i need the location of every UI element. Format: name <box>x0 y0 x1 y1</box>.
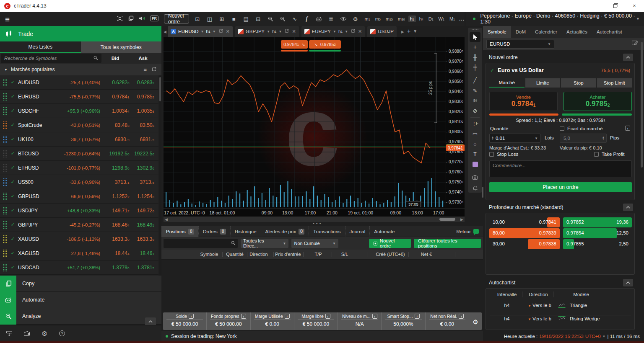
symbol-row[interactable]: ✓USDJPY+48,8 (+0,33%)149.712149.726 <box>0 204 158 218</box>
tab-timeframe[interactable]: h1 <box>206 29 210 34</box>
symbol-row[interactable]: ✓GBPJPY-45,2 (-0,27%)168.464168.495 <box>0 218 158 232</box>
dom-bid-row[interactable]: 80,000.97839 <box>489 228 560 238</box>
order-collapse-button[interactable] <box>623 54 633 61</box>
tab-automate[interactable]: Automate <box>369 226 399 237</box>
symbol-search-input[interactable]: Recherche de Symboles <box>1 54 101 63</box>
info-icon[interactable]: i <box>459 314 464 319</box>
info-icon[interactable]: i <box>372 314 377 319</box>
dom-ask-row[interactable]: 0.9785219,36 <box>563 217 632 227</box>
tab-my-lists[interactable]: Mes Listes <box>0 41 81 53</box>
info-icon[interactable]: i <box>285 314 290 319</box>
tab-ordres[interactable]: Ordres0 <box>198 226 230 237</box>
symbol-ask[interactable]: 168.495 <box>129 222 158 228</box>
buy-button[interactable]: Acheter 0.97852 <box>564 92 632 111</box>
chart-scroll-thumb[interactable] <box>439 218 455 221</box>
symbol-bid[interactable]: 1.00344 <box>100 108 129 114</box>
chevron-down-icon[interactable]: ▼ <box>213 30 216 34</box>
popout-icon[interactable] <box>219 29 223 34</box>
dom-bid-row[interactable]: 10,000.97841 <box>489 217 560 227</box>
popout-icon[interactable] <box>351 29 355 34</box>
symbol-ask[interactable]: 1.12540 <box>129 193 158 199</box>
zoom-in-icon[interactable] <box>279 15 286 22</box>
bell-icon[interactable] <box>470 183 480 192</box>
cbots-icon[interactable] <box>316 15 322 22</box>
symbol-row[interactable]: ✓EURUSD-75,5 (-0,77%)0.978410.97852 <box>0 90 158 104</box>
symbol-select-dropdown[interactable]: EURUSD▼ <box>486 40 554 49</box>
minimize-button[interactable] <box>586 0 605 12</box>
symbol-row[interactable]: ✓BTCUSD-1230,0 (-0,64%)19192.5019222.50 <box>0 147 158 161</box>
tabs-dropdown-icon[interactable]: ▼ <box>413 29 417 34</box>
scroll-left-icon[interactable]: ◀ <box>165 217 168 222</box>
pencil-icon[interactable]: ✎ <box>470 86 480 95</box>
popout-icon[interactable] <box>152 67 156 73</box>
symbol-row[interactable]: ✓XAGUSD-27,8 (-1,48%)18.44418.461 <box>0 246 158 260</box>
positions-search-input[interactable] <box>164 239 238 248</box>
time-axis[interactable]: 17 oct. 2022, UTC+018 oct. 01:0009:0013:… <box>164 208 465 217</box>
take-profit-checkbox[interactable] <box>594 152 599 157</box>
symbol-bid[interactable]: 83.483 <box>100 122 129 128</box>
bar-pattern-icon[interactable]: ╫ <box>470 52 480 62</box>
symbol-list-scroll-thumb[interactable] <box>159 77 161 101</box>
info-icon[interactable]: i <box>625 126 630 131</box>
new-chart-icon[interactable]: ⊡ <box>194 15 201 22</box>
dom-collapse-button[interactable] <box>623 204 633 211</box>
chart-plot-area[interactable]: c 25 pips 0.97841↘ ↘0.97852 37:05 <box>164 37 446 208</box>
chevron-down-icon[interactable]: ▼ <box>267 30 270 34</box>
tab-positions[interactable]: Positions0 <box>161 226 198 237</box>
indicators-icon[interactable]: f <box>304 15 310 22</box>
tabs-scroll-left-icon[interactable]: ◀ <box>164 30 166 34</box>
panel-splitter-handle[interactable]: ••• <box>313 221 323 226</box>
stepper-arrows-icon[interactable]: ▲▼ <box>490 136 496 140</box>
symbol-row[interactable]: ✓UK100-39,7 (-0,57%)6930.96931.9 <box>0 132 158 147</box>
pattern-direction[interactable]: ▼ Vers le b <box>528 303 556 308</box>
tab-alertes-de-prix[interactable]: Alertes de prix0 <box>261 226 309 237</box>
close-icon[interactable]: ✕ <box>292 29 296 34</box>
timeframe-M1[interactable]: M1 <box>448 15 457 22</box>
chart-tab-EURJPY[interactable]: EURJPY▼h1▼✕ <box>301 26 365 37</box>
settings-icon[interactable]: ⚙ <box>41 330 48 337</box>
info-icon[interactable]: i <box>241 314 246 319</box>
order-type-limite[interactable]: Limite <box>525 78 561 88</box>
symbol-row[interactable]: ✓AUDUSD-25,4 (-0,40%)0.628280.62839 <box>0 75 158 90</box>
focus-icon[interactable] <box>117 15 123 22</box>
close-icon[interactable]: ✕ <box>226 29 230 34</box>
chart-tab-USDJP[interactable]: USDJP <box>367 26 397 37</box>
order-type-marché[interactable]: Marché <box>489 78 525 88</box>
pattern-model[interactable]: Triangle <box>570 303 587 308</box>
chart-settings-icon[interactable]: ⚙ <box>352 15 359 22</box>
trend-line-icon[interactable]: ╱ <box>470 75 480 85</box>
dom-bid-row[interactable]: 30,000.97838 <box>489 239 560 249</box>
camera-icon[interactable] <box>470 173 480 182</box>
symbol-ask[interactable]: 1633.39 <box>129 236 158 242</box>
tab-historique[interactable]: Historique <box>230 226 261 237</box>
collapse-apps-button[interactable] <box>145 317 156 326</box>
close-icon[interactable]: ✕ <box>358 29 362 34</box>
market-range-checkbox[interactable] <box>560 126 564 131</box>
withdraw-icon[interactable] <box>6 330 13 337</box>
autochartist-collapse-button[interactable] <box>623 279 633 286</box>
dom-ask-row[interactable]: 0.978552,50 <box>563 239 632 249</box>
tab-timeframe[interactable]: h1 <box>338 29 343 34</box>
chart-sell-button[interactable]: 0.97841↘ <box>281 40 308 49</box>
watchlist-group-header[interactable]: ▼ Marchés populaires ≡ <box>0 64 161 75</box>
market-range-stepper[interactable]: 5,0 ▲▼ <box>560 134 607 143</box>
chevron-down-icon[interactable]: ▼ <box>345 30 348 34</box>
app-shortcut-analyze[interactable]: Analyze <box>0 308 161 325</box>
speaker-icon[interactable] <box>139 15 145 22</box>
visibility-icon[interactable] <box>340 15 347 22</box>
account-dropdown-icon[interactable]: ▼ <box>636 17 640 21</box>
symbol-bid[interactable]: 1.12522 <box>100 193 129 199</box>
new-order-button[interactable]: Nouvel ordre <box>164 14 189 23</box>
color-swatch-icon[interactable] <box>470 160 480 169</box>
timeframe-m5[interactable]: m5 <box>374 15 382 22</box>
symbol-ask[interactable]: 1.37815 <box>129 265 158 271</box>
symbol-bid[interactable]: 0.62828 <box>100 80 129 85</box>
tab-all-symbols[interactable]: Tous les symboles <box>81 41 162 53</box>
popout-icon[interactable] <box>285 29 289 34</box>
info-icon[interactable]: i <box>325 314 330 319</box>
timeframe-m1[interactable]: m1 <box>363 15 372 22</box>
symbol-ask[interactable]: 19222.50 <box>129 151 158 157</box>
settings-icon[interactable]: ⚙ <box>469 312 482 330</box>
price-axis[interactable]: 0,988000,987000,986000,985000,984000,983… <box>446 37 465 208</box>
chevron-down-icon[interactable]: ▼ <box>200 30 204 34</box>
